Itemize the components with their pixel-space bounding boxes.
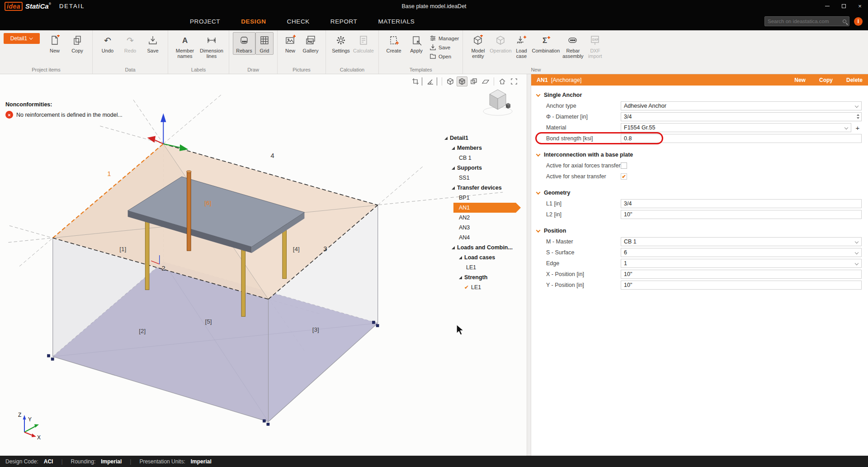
info-badge[interactable]: i: [854, 17, 863, 26]
zoom-fit-button[interactable]: [509, 76, 519, 86]
minimize-button[interactable]: [819, 0, 835, 12]
operation-button[interactable]: Operation: [489, 32, 512, 55]
calculate-button[interactable]: Calculate: [352, 32, 375, 55]
section-interconnection[interactable]: Interconnection with a base plate: [531, 149, 868, 160]
tree-item-le1-strength[interactable]: LE1: [444, 282, 516, 292]
expander-icon[interactable]: [452, 186, 455, 190]
spin-up-icon[interactable]: [857, 114, 859, 116]
load-case-button[interactable]: Load case: [512, 32, 531, 60]
tree-item-supports[interactable]: Supports: [444, 163, 516, 173]
spin-down-icon[interactable]: [857, 117, 859, 119]
section-geometry[interactable]: Geometry: [531, 187, 868, 198]
tree-item-detail1[interactable]: Detail1: [444, 133, 516, 143]
search-input[interactable]: [768, 19, 841, 24]
axial-transfer-checkbox[interactable]: [621, 162, 627, 169]
measure-button[interactable]: [425, 76, 436, 86]
panel-new-button[interactable]: New: [794, 77, 806, 83]
y-position-input[interactable]: [621, 281, 862, 290]
expander-icon[interactable]: [452, 246, 455, 249]
model-entity-button[interactable]: Model entity: [467, 32, 489, 60]
check-icon: [464, 284, 471, 291]
tree-item-transfer-devices[interactable]: Transfer devices: [444, 183, 516, 193]
undo-button[interactable]: ↶ Undo: [96, 32, 119, 55]
save-button[interactable]: Save: [142, 32, 164, 55]
tree-item-le1[interactable]: LE1: [444, 262, 516, 272]
panel-copy-button[interactable]: Copy: [819, 77, 833, 83]
tab-design[interactable]: DESIGN: [241, 18, 266, 25]
chevron-down-icon[interactable]: [437, 77, 437, 86]
tree-item-an4[interactable]: AN4: [444, 233, 516, 243]
navigation-cube[interactable]: [481, 86, 516, 119]
template-open-button[interactable]: Open: [429, 52, 459, 61]
gallery-button[interactable]: Gallery: [299, 32, 322, 55]
section-position[interactable]: Position: [531, 225, 868, 236]
surface-label: S - Surface: [546, 249, 621, 256]
shaded-view-button[interactable]: [457, 76, 467, 86]
surface-select[interactable]: 6: [621, 248, 862, 257]
chevron-down-icon[interactable]: [422, 77, 422, 86]
dxf-import-button[interactable]: DXF DXF import: [585, 32, 605, 60]
settings-button[interactable]: Settings: [330, 32, 352, 55]
detail1-dropdown-button[interactable]: Detail1: [4, 33, 40, 44]
x-position-input[interactable]: [621, 270, 862, 279]
expander-icon[interactable]: [452, 167, 455, 170]
l1-input[interactable]: [621, 199, 862, 208]
l2-input[interactable]: [621, 210, 862, 219]
copy-project-item-button[interactable]: Copy: [66, 32, 89, 55]
add-material-button[interactable]: +: [854, 124, 862, 132]
template-apply-button[interactable]: Apply: [405, 32, 428, 55]
tree-item-strength[interactable]: Strength: [444, 272, 516, 282]
member-names-button[interactable]: A Member names: [172, 32, 198, 60]
panel-divider[interactable]: [527, 74, 531, 456]
home-view-button[interactable]: [497, 76, 508, 86]
section-crop-button[interactable]: [410, 76, 421, 86]
tree-item-bp1[interactable]: BP1: [444, 193, 516, 203]
material-select[interactable]: F1554 Gr.55: [621, 123, 851, 132]
expander-icon[interactable]: [444, 137, 448, 140]
wireframe-view-button[interactable]: [445, 76, 456, 86]
section-single-anchor[interactable]: Single Anchor: [531, 90, 868, 100]
rebar-assembly-button[interactable]: Rebar assembly: [561, 32, 585, 60]
redo-button[interactable]: ↷ Redo: [119, 32, 142, 55]
close-button[interactable]: ×: [852, 0, 868, 12]
expander-icon[interactable]: [459, 256, 462, 259]
search-box[interactable]: [764, 16, 849, 26]
tree-item-load-cases[interactable]: Load cases: [444, 253, 516, 262]
panel-delete-button[interactable]: Delete: [846, 77, 863, 83]
rebars-toggle-button[interactable]: Rebars: [233, 32, 255, 55]
ribbon-group-data: ↶ Undo ↷ Redo Save Data: [93, 30, 168, 74]
tree-item-an2[interactable]: AN2: [444, 213, 516, 223]
tab-project[interactable]: PROJECT: [190, 18, 220, 25]
expander-icon[interactable]: [452, 147, 455, 150]
anchor-type-select[interactable]: Adhesive Anchor: [621, 101, 862, 110]
3d-viewport[interactable]: 1 4 3 2 [1] [6] [4] [5] [2] [3] Nonconfo…: [0, 74, 527, 456]
workplane-button[interactable]: [480, 76, 491, 86]
tree-item-loads[interactable]: Loads and Combin...: [444, 243, 516, 253]
edge-select[interactable]: 1: [621, 259, 862, 268]
tree-item-cb1[interactable]: CB 1: [444, 153, 516, 163]
tab-report[interactable]: REPORT: [330, 18, 358, 25]
master-select[interactable]: CB 1: [621, 237, 862, 246]
tree-item-an3[interactable]: AN3: [444, 223, 516, 233]
rebars-icon: [239, 33, 250, 47]
transparent-view-button[interactable]: [468, 76, 479, 86]
template-create-button[interactable]: Create: [382, 32, 405, 55]
bond-strength-input[interactable]: [621, 134, 862, 143]
combination-button[interactable]: Σ Combination: [531, 32, 561, 55]
template-manager-button[interactable]: Manager: [429, 34, 459, 43]
template-save-button[interactable]: Save: [429, 43, 459, 52]
tree-item-members[interactable]: Members: [444, 143, 516, 153]
expander-icon[interactable]: [459, 276, 462, 279]
grid-toggle-button[interactable]: Grid: [255, 32, 274, 55]
maximize-button[interactable]: [835, 0, 852, 12]
dimension-lines-button[interactable]: Dimension lines: [198, 32, 225, 60]
shear-transfer-checkbox[interactable]: [621, 173, 627, 180]
new-project-item-button[interactable]: New: [43, 32, 66, 55]
tab-materials[interactable]: MATERIALS: [378, 18, 415, 25]
tree-item-ss1[interactable]: SS1: [444, 173, 516, 183]
tab-check[interactable]: CHECK: [287, 18, 310, 25]
selected-anchor-an1[interactable]: [187, 171, 191, 251]
new-picture-button[interactable]: New: [281, 32, 299, 55]
diameter-stepper[interactable]: 3/4: [621, 112, 862, 121]
tree-item-an1-selected[interactable]: AN1: [453, 203, 516, 213]
